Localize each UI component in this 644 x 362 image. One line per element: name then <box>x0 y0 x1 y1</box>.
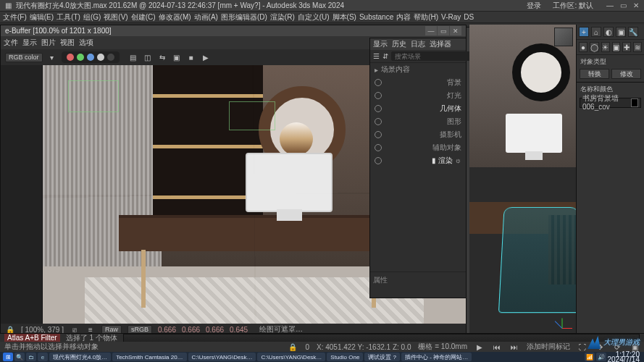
task-item[interactable]: 现代有圈灯光4.0放… <box>49 353 111 361</box>
menu-vray[interactable]: V-Ray <box>441 13 461 21</box>
zoom-extents-icon[interactable]: ⛶ <box>577 342 587 352</box>
scnexp-tab-log[interactable]: 日志 <box>411 39 425 49</box>
menu-customize[interactable]: 自定义(U) <box>298 12 330 22</box>
eye-icon[interactable] <box>375 131 382 138</box>
eye-icon[interactable] <box>375 105 382 112</box>
utility-tab-icon[interactable]: 🔧 <box>628 27 638 37</box>
frame-current[interactable]: 0 <box>305 343 309 351</box>
menu-group[interactable]: 组(G) <box>83 12 101 22</box>
menu-anim[interactable]: 动画(A) <box>194 12 218 22</box>
tray-wifi-icon[interactable]: 📶 <box>585 353 595 361</box>
scnexp-item[interactable]: 辅助对象 <box>370 141 466 154</box>
display-tab-icon[interactable]: ▣ <box>616 27 626 37</box>
eye-icon[interactable] <box>375 79 382 86</box>
dot-red-icon[interactable] <box>67 54 74 61</box>
create-tab-icon[interactable]: + <box>579 27 589 37</box>
fb-region-icon[interactable]: ▣ <box>172 52 182 62</box>
scnexp-item[interactable]: 几何体 <box>370 102 466 115</box>
frame-buffer-titlebar[interactable]: e-Buffer [100.0% of 1201 x 1800] — ▭ ✕ <box>1 25 466 36</box>
animate-toggle[interactable]: Atlas A+B Filter <box>4 334 60 342</box>
scnexp-item[interactable]: 背景 <box>370 76 466 89</box>
eye-icon[interactable] <box>375 144 382 151</box>
menu-create[interactable]: 创建(C) <box>131 12 156 22</box>
fb-menu-view[interactable]: 视图 <box>60 38 75 48</box>
scnexp-tab-select[interactable]: 选择器 <box>430 39 451 49</box>
fb-menu-options[interactable]: 选项 <box>79 38 93 48</box>
helper-icon[interactable]: ✚ <box>622 42 631 52</box>
motion-tab-icon[interactable]: ◐ <box>603 27 614 37</box>
start-icon[interactable]: ⊞ <box>3 353 13 361</box>
menu-ds[interactable]: DS <box>464 13 474 21</box>
type-btn-modify[interactable]: 修改 <box>611 69 641 79</box>
task-item[interactable]: C:\Users\YANG\Desk… <box>188 353 256 361</box>
scnexp-item[interactable]: ▮ 渲染 ☼ <box>370 154 466 167</box>
geometry-icon[interactable]: ● <box>579 42 587 52</box>
fb-channel-select[interactable]: RGB color <box>5 53 43 62</box>
menu-file[interactable]: 文件(F) <box>3 12 27 22</box>
workspace-label[interactable]: 工作区: 默认 <box>553 1 593 11</box>
fb-stop-icon[interactable]: ■ <box>186 52 196 62</box>
menu-view[interactable]: 视图(V) <box>104 12 127 22</box>
fb-max-icon[interactable]: ▭ <box>438 26 449 35</box>
min-icon[interactable]: — <box>605 1 615 11</box>
scnexp-sort-icon[interactable]: ⇵ <box>382 51 388 62</box>
time-tag[interactable]: 添加时间标记 <box>527 342 570 352</box>
scnexp-item[interactable]: 图形 <box>370 115 466 128</box>
light-icon[interactable]: ☀ <box>601 42 610 52</box>
task-item[interactable]: Studio One <box>327 353 363 361</box>
task-item[interactable]: 调试设置 ? <box>364 353 400 361</box>
scnexp-tab-show[interactable]: 显示 <box>373 39 388 49</box>
fb-min-icon[interactable]: — <box>425 26 437 35</box>
explorer-icon[interactable]: 🗀 <box>26 353 36 361</box>
fb-render-icon[interactable]: ▶ <box>201 52 211 62</box>
tray-volume-icon[interactable]: 🔊 <box>596 353 606 361</box>
menu-tools[interactable]: 工具(T) <box>57 12 80 22</box>
fb-close-icon[interactable]: ✕ <box>450 26 461 35</box>
task-search-icon[interactable]: 🔍 <box>14 353 25 361</box>
play-icon[interactable]: ▶ <box>474 342 485 352</box>
scnexp-search[interactable] <box>391 51 480 61</box>
timeline-slider[interactable] <box>123 334 640 342</box>
hierarchy-tab-icon[interactable]: ⌂ <box>591 27 601 37</box>
dot-green-icon[interactable] <box>77 54 84 61</box>
menu-substance[interactable]: Substance <box>359 13 393 21</box>
task-item[interactable]: 插件中心 - 神奇的网站… <box>401 353 472 361</box>
camera-icon[interactable]: ▣ <box>612 42 621 52</box>
menu-modifier[interactable]: 修改器(M) <box>159 12 191 22</box>
max-icon[interactable]: ▭ <box>618 1 628 11</box>
dot-mono-icon[interactable] <box>107 54 114 61</box>
menu-script[interactable]: 脚本(S) <box>333 12 356 22</box>
fb-compare-icon[interactable]: ◫ <box>143 52 153 62</box>
viewport-3d[interactable] <box>469 25 576 342</box>
fb-menu-image[interactable]: 图片 <box>41 38 56 48</box>
key-back-icon[interactable]: ⏮ <box>492 342 502 352</box>
vp-chair-selected[interactable] <box>498 207 576 313</box>
task-item[interactable]: C:\Users\YANG\Desk… <box>257 353 325 361</box>
key-fwd-icon[interactable]: ⏭ <box>509 342 519 352</box>
menu-render[interactable]: 渲染(R) <box>270 12 295 22</box>
task-item[interactable]: TechSmith Camtasia 20… <box>112 353 186 361</box>
scnexp-item[interactable]: 摄影机 <box>370 128 466 141</box>
fb-menu-show[interactable]: 显示 <box>22 38 37 48</box>
viewcube[interactable] <box>554 28 573 46</box>
scnexp-item[interactable]: 灯光 <box>370 89 466 102</box>
scnexp-tab-history[interactable]: 历史 <box>392 39 406 49</box>
menu-grapheditor[interactable]: 图形编辑器(D) <box>221 12 267 22</box>
fb-history-strip[interactable] <box>1 65 43 324</box>
chevron-down-icon[interactable]: ▾ <box>47 52 57 62</box>
tray-clock[interactable]: 1:17:202024/7/14 <box>608 352 642 362</box>
space-warps-icon[interactable]: ≋ <box>633 42 642 52</box>
menu-content[interactable]: 内容 <box>396 12 411 22</box>
shape-icon[interactable]: ◯ <box>590 42 599 52</box>
fb-save-icon[interactable]: ▤ <box>128 52 138 62</box>
color-swatch[interactable] <box>631 98 638 107</box>
scnexp-root[interactable]: ▸场景内容 <box>370 63 466 76</box>
object-name-field[interactable]: 书房背景墙006_cov <box>580 98 641 108</box>
eye-icon[interactable] <box>375 118 382 125</box>
dot-alpha-icon[interactable] <box>97 54 104 61</box>
menu-help[interactable]: 帮助(H) <box>414 12 438 22</box>
dot-blue-icon[interactable] <box>87 54 94 61</box>
lock-selection-icon[interactable]: 🔒 <box>288 342 298 352</box>
eye-icon[interactable] <box>375 157 382 164</box>
coord-readout[interactable]: X: 4051.422 Y: -1632.1 Z: 0.0 <box>317 343 411 351</box>
